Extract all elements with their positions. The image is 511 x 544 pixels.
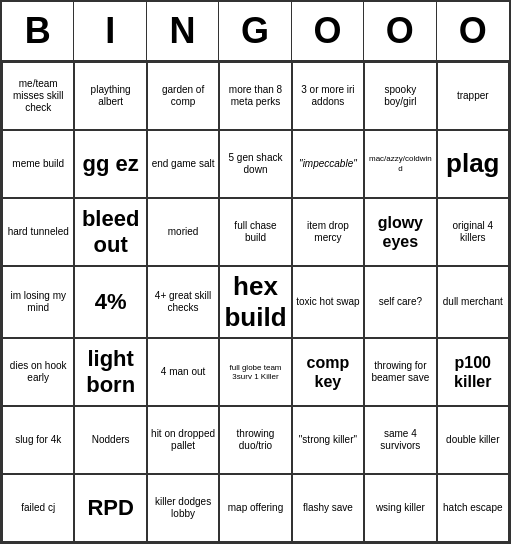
cell-r4-c6: p100 killer bbox=[437, 338, 509, 406]
cell-r3-c0: im losing my mind bbox=[2, 266, 74, 338]
cell-r0-c3: more than 8 meta perks bbox=[219, 62, 291, 130]
cell-r5-c2: hit on dropped pallet bbox=[147, 406, 219, 474]
cell-r5-c6: double killer bbox=[437, 406, 509, 474]
cell-r0-c1: plaything albert bbox=[74, 62, 146, 130]
cell-r1-c6: plag bbox=[437, 130, 509, 198]
cell-r2-c1: bleed out bbox=[74, 198, 146, 266]
cell-r3-c3: hex build bbox=[219, 266, 291, 338]
cell-r4-c4: comp key bbox=[292, 338, 364, 406]
cell-r1-c3: 5 gen shack down bbox=[219, 130, 291, 198]
cell-r0-c2: garden of comp bbox=[147, 62, 219, 130]
cell-r1-c0: meme build bbox=[2, 130, 74, 198]
cell-r5-c4: "strong killer" bbox=[292, 406, 364, 474]
cell-r4-c5: throwing for beamer save bbox=[364, 338, 436, 406]
cell-r6-c0: failed cj bbox=[2, 474, 74, 542]
cell-r2-c2: moried bbox=[147, 198, 219, 266]
cell-r1-c4: "impeccable" bbox=[292, 130, 364, 198]
bingo-grid: me/team misses skill checkplaything albe… bbox=[2, 62, 509, 542]
cell-r6-c1: RPD bbox=[74, 474, 146, 542]
cell-r0-c4: 3 or more iri addons bbox=[292, 62, 364, 130]
cell-r2-c6: original 4 killers bbox=[437, 198, 509, 266]
cell-r6-c6: hatch escape bbox=[437, 474, 509, 542]
cell-r3-c4: toxic hot swap bbox=[292, 266, 364, 338]
cell-r3-c6: dull merchant bbox=[437, 266, 509, 338]
cell-r4-c2: 4 man out bbox=[147, 338, 219, 406]
cell-r1-c5: mac/azzy/coldwind bbox=[364, 130, 436, 198]
header-letter-N: N bbox=[147, 2, 219, 60]
cell-r2-c4: item drop mercy bbox=[292, 198, 364, 266]
cell-r3-c1: 4% bbox=[74, 266, 146, 338]
cell-r4-c1: light born bbox=[74, 338, 146, 406]
cell-r6-c5: wsing killer bbox=[364, 474, 436, 542]
cell-r5-c5: same 4 survivors bbox=[364, 406, 436, 474]
header-letter-B: B bbox=[2, 2, 74, 60]
cell-r6-c2: killer dodges lobby bbox=[147, 474, 219, 542]
cell-r5-c0: slug for 4k bbox=[2, 406, 74, 474]
cell-r5-c3: throwing duo/trio bbox=[219, 406, 291, 474]
cell-r0-c5: spooky boy/girl bbox=[364, 62, 436, 130]
cell-r2-c5: glowy eyes bbox=[364, 198, 436, 266]
cell-r5-c1: Nodders bbox=[74, 406, 146, 474]
cell-r1-c2: end game salt bbox=[147, 130, 219, 198]
cell-r6-c3: map offering bbox=[219, 474, 291, 542]
cell-r2-c0: hard tunneled bbox=[2, 198, 74, 266]
cell-r4-c0: dies on hook early bbox=[2, 338, 74, 406]
cell-r3-c5: self care? bbox=[364, 266, 436, 338]
bingo-card: BINGOOO me/team misses skill checkplayth… bbox=[0, 0, 511, 544]
cell-r3-c2: 4+ great skill checks bbox=[147, 266, 219, 338]
cell-r1-c1: gg ez bbox=[74, 130, 146, 198]
bingo-header: BINGOOO bbox=[2, 2, 509, 62]
cell-r0-c0: me/team misses skill check bbox=[2, 62, 74, 130]
header-letter-O: O bbox=[292, 2, 364, 60]
header-letter-G: G bbox=[219, 2, 291, 60]
header-letter-O: O bbox=[437, 2, 509, 60]
cell-r4-c3: full globe team 3surv 1 Killer bbox=[219, 338, 291, 406]
header-letter-O: O bbox=[364, 2, 436, 60]
cell-r6-c4: flashy save bbox=[292, 474, 364, 542]
cell-r0-c6: trapper bbox=[437, 62, 509, 130]
header-letter-I: I bbox=[74, 2, 146, 60]
cell-r2-c3: full chase build bbox=[219, 198, 291, 266]
